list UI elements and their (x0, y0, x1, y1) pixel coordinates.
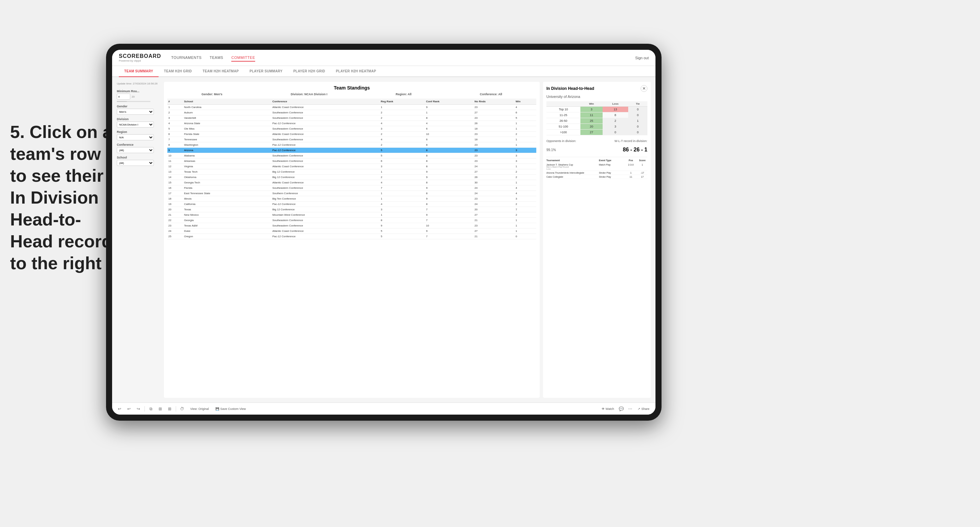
more-icon[interactable]: ⋯ (627, 405, 633, 412)
table-row[interactable]: 12 Virginia Atlantic Coast Conference 3 … (167, 164, 536, 169)
cell-conf-rank: 9 (425, 186, 473, 191)
h2h-header: In Division Head-to-Head ✕ (546, 85, 648, 92)
subnav-team-h2h-heatmap[interactable]: TEAM H2H HEATMAP (197, 66, 244, 77)
cell-reg-rank: 2 (380, 110, 425, 116)
table-row[interactable]: 18 Illinois Big Ten Conference 1 9 23 3 (167, 196, 536, 202)
table-row[interactable]: 20 Texas Big 12 Conference 3 7 20 7 (167, 207, 536, 212)
th-pos: Pos (626, 159, 636, 162)
share-icon: ↗ (638, 407, 640, 411)
nav-committee[interactable]: COMMITTEE (231, 54, 255, 62)
view-original-btn[interactable]: View: Original (188, 406, 211, 411)
slider-fill (117, 101, 127, 102)
cell-rnds: 21 (474, 234, 515, 239)
tournament-pos: 2-3-0 (626, 163, 636, 170)
subnav-player-summary[interactable]: PLAYER SUMMARY (244, 66, 288, 77)
annotation-text: 5. Click on a team's row to see their In… (10, 121, 115, 274)
grid-icon[interactable]: ⊞ (166, 405, 173, 412)
h2h-tie-cell: 0 (628, 113, 648, 118)
cell-conf-rank: 8 (425, 142, 473, 148)
cell-conference: Big Ten Conference (271, 196, 380, 202)
subnav-team-h2h-grid[interactable]: TEAM H2H GRID (159, 66, 197, 77)
filter-gender-select[interactable]: Men's (117, 109, 154, 115)
table-row[interactable]: 10 Alabama Southeastern Conference 5 8 2… (167, 153, 536, 159)
filter-min-rounds-label: Minimum Rou... (117, 89, 161, 93)
table-row[interactable]: 8 Washington Pac-12 Conference 2 8 23 1 (167, 142, 536, 148)
table-row[interactable]: 2 Auburn Southeastern Conference 2 1 27 … (167, 110, 536, 116)
cell-rank: 4 (167, 121, 183, 126)
table-row[interactable]: 3 Vanderbilt Southeastern Conference 2 8… (167, 116, 536, 121)
share-btn[interactable]: ↗ Share (636, 406, 651, 411)
h2h-record: 86 - 26 - 1 (623, 147, 648, 153)
filter-school-select[interactable]: (All) (117, 160, 154, 166)
table-row[interactable]: 7 Tennessee Southeastern Conference 4 6 … (167, 137, 536, 142)
cell-school: Illinois (183, 196, 271, 202)
save-custom-view-btn[interactable]: 💾 Save Custom View (213, 406, 248, 411)
table-row[interactable]: 11 Arkansas Southeastern Conference 6 8 … (167, 159, 536, 164)
tournament-row[interactable]: Cabo Collegiate Stroke Play 11 17 (546, 175, 648, 179)
filter-conference-select[interactable]: (All) (117, 147, 154, 153)
table-row[interactable]: 1 North Carolina Atlantic Coast Conferen… (167, 105, 536, 110)
table-row[interactable]: 15 Georgia Tech Atlantic Coast Conferenc… (167, 180, 536, 186)
forward-icon[interactable]: ↪ (135, 405, 142, 412)
table-row[interactable]: 14 Oklahoma Big 12 Conference 2 9 26 2 (167, 175, 536, 180)
tablet-frame: SCOREBOARD Powered by clippd TOURNAMENTS… (106, 44, 662, 421)
table-row[interactable]: 22 Georgia Southeastern Conference 8 7 2… (167, 218, 536, 223)
table-row[interactable]: 19 California Pac-12 Conference 4 8 24 2 (167, 202, 536, 207)
h2h-close-button[interactable]: ✕ (641, 85, 648, 92)
table-row[interactable]: 16 Florida Southeastern Conference 7 9 2… (167, 186, 536, 191)
subnav-player-h2h-grid[interactable]: PLAYER H2H GRID (288, 66, 331, 77)
filter-min-rounds-input[interactable] (117, 94, 130, 100)
filter-region-label: Region (117, 130, 161, 133)
cell-conf-rank: 8 (425, 202, 473, 207)
filter-division-select[interactable]: NCAA Division I (117, 122, 154, 127)
subnav-team-summary[interactable]: TEAM SUMMARY (119, 66, 159, 77)
watch-btn[interactable]: 👁 Watch (600, 406, 616, 411)
eye-icon: 👁 (601, 407, 605, 411)
cell-school: Ole Miss (183, 126, 271, 132)
tournament-row[interactable]: Jackson T. Stephens Cup Men's Match Play… (546, 163, 648, 171)
nav-tournaments[interactable]: TOURNAMENTS (171, 54, 202, 62)
cell-reg-rank: 2 (380, 142, 425, 148)
cell-school: Arizona (183, 148, 271, 153)
undo-icon[interactable]: ↩ (116, 405, 123, 412)
cell-school: Washington (183, 142, 271, 148)
nav-teams[interactable]: TEAMS (210, 54, 223, 62)
table-row[interactable]: 25 Oregon Pac-12 Conference 5 7 21 0 (167, 234, 536, 239)
table-row[interactable]: 5 Ole Miss Southeastern Conference 3 6 1… (167, 126, 536, 132)
cell-conf-rank: 8 (425, 180, 473, 186)
chat-icon[interactable]: 💬 (618, 405, 625, 412)
subnav-player-h2h-heatmap[interactable]: PLAYER H2H HEATMAP (331, 66, 382, 77)
cell-rank: 13 (167, 169, 183, 175)
h2h-row: Top 10 3 13 0 (546, 107, 648, 113)
cell-conf-rank: 9 (425, 196, 473, 202)
copy-icon[interactable]: ⧉ (148, 405, 154, 412)
cell-conf-rank: 8 (425, 148, 473, 153)
cell-win: 1 (514, 121, 536, 126)
cell-school: Oregon (183, 234, 271, 239)
table-row[interactable]: 23 Texas A&M Southeastern Conference 9 1… (167, 223, 536, 229)
table-row[interactable]: 24 Duke Atlantic Coast Conference 5 9 27… (167, 229, 536, 234)
slider-track[interactable] (117, 101, 151, 102)
cell-rank: 14 (167, 175, 183, 180)
h2h-row: 11-25 11 8 0 (546, 113, 648, 118)
table-row[interactable]: 4 Arizona State Pac-12 Conference 4 4 26… (167, 121, 536, 126)
cell-rnds: 24 (474, 191, 515, 196)
table-row[interactable]: 6 Florida State Atlantic Coast Conferenc… (167, 132, 536, 137)
clock-icon[interactable]: ⏱ (179, 405, 186, 412)
filter-region-select[interactable]: N/A (117, 134, 154, 140)
col-win: Win (514, 98, 536, 105)
paste-icon[interactable]: ⊞ (157, 405, 164, 412)
table-row[interactable]: 9 Arizona Pac-12 Conference 5 8 23 3 (167, 148, 536, 153)
sign-out-link[interactable]: Sign out (635, 56, 649, 60)
cell-reg-rank: 1 (380, 212, 425, 218)
redo-icon[interactable]: ↩ (126, 405, 132, 412)
table-row[interactable]: 21 New Mexico Mountain West Conference 1… (167, 212, 536, 218)
toolbar-sep-1 (145, 406, 145, 411)
table-row[interactable]: 17 East Tennessee State Southern Confere… (167, 191, 536, 196)
cell-rank: 20 (167, 207, 183, 212)
tournament-row[interactable]: Arizona Thunderbirds Intercollegiate Str… (546, 171, 648, 175)
standings-title: Team Standings (167, 85, 536, 90)
standings-table-wrapper[interactable]: # School Conference Reg Rank Conf Rank N… (167, 98, 536, 394)
cell-win: 1 (514, 126, 536, 132)
table-row[interactable]: 13 Texas Tech Big 12 Conference 1 9 27 2 (167, 169, 536, 175)
